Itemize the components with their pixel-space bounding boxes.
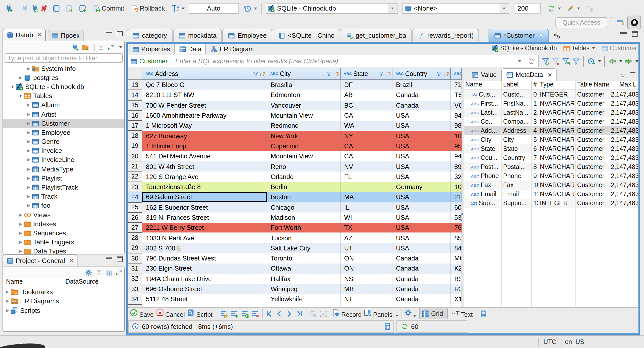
save-button[interactable]: Save	[130, 309, 156, 318]
sort-icon[interactable]: ↕	[259, 71, 262, 76]
breadcrumb-item-customer[interactable]: Customer	[601, 45, 637, 52]
expand-arrow-icon[interactable]: ▶	[5, 290, 10, 294]
cell[interactable]: BC	[341, 100, 392, 111]
sort-icon[interactable]: ↕	[385, 71, 387, 76]
expand-arrow-icon[interactable]: ▶	[26, 185, 31, 190]
cell[interactable]: Halifax	[267, 274, 341, 284]
reconnect-icon[interactable]	[31, 4, 39, 12]
meta-row-fax[interactable]: ABCFaxFax10NVARCHARCustomer2,147,483	[464, 181, 638, 190]
close-icon[interactable]: ✕	[69, 257, 74, 264]
row-number[interactable]: 31	[128, 264, 142, 274]
cell[interactable]: Yellowknife	[267, 294, 341, 304]
cell[interactable]: TX	[341, 223, 392, 233]
cell[interactable]: Vancouver	[267, 100, 341, 111]
expand-arrow-icon[interactable]: ▶	[5, 308, 10, 313]
cell[interactable]: 796 Dundas Street West	[142, 253, 267, 264]
cell[interactable]: Cupertino	[267, 141, 341, 152]
custom-filter-icon[interactable]	[572, 57, 580, 65]
cell[interactable]: WI	[341, 213, 392, 223]
tree-item-track[interactable]: ▶Track	[3, 192, 124, 201]
meta-row-postal[interactable]: ABCPost...Postal...8NVARCHARCustomer2,14…	[464, 162, 638, 171]
row-number[interactable]: 25	[128, 202, 142, 213]
column-info-icon[interactable]: ?	[336, 71, 339, 77]
commit-button[interactable]: Commit	[92, 4, 124, 12]
cell[interactable]: NV	[341, 162, 392, 172]
cell[interactable]: Mountain View	[267, 111, 341, 121]
editor-tab-category[interactable]: category	[127, 29, 173, 42]
cell[interactable]: 319 N. Frances Street	[142, 213, 267, 223]
cell[interactable]: ON	[341, 264, 392, 274]
new-connection-icon[interactable]	[5, 4, 13, 12]
column-info-icon[interactable]: ?	[262, 71, 266, 77]
filter-refresh-icon[interactable]	[524, 57, 538, 65]
record-button[interactable]: iRecord	[332, 309, 364, 318]
cell[interactable]: Germany	[392, 182, 451, 192]
cell[interactable]: USA	[392, 223, 451, 233]
row-number[interactable]: 22	[128, 172, 142, 182]
tree-item-tables[interactable]: ▼Tables	[3, 91, 124, 100]
tree-item-sequences[interactable]: ▶Sequences	[3, 229, 124, 238]
project-item-er-diagrams[interactable]: ▶ER Diagrams	[3, 296, 124, 306]
tree-item-table-triggers[interactable]: ▶Table Triggers	[3, 238, 124, 247]
cell[interactable]: UT	[341, 243, 392, 254]
sort-icon[interactable]: ↕	[443, 71, 446, 76]
apply-filter-icon[interactable]	[542, 57, 550, 65]
cell[interactable]: CA	[341, 111, 392, 121]
row-number[interactable]: 18	[128, 131, 142, 141]
subtab-data[interactable]: ‹›Data	[175, 44, 206, 54]
minimize-icon[interactable]	[620, 32, 627, 39]
tree-item-album[interactable]: ▶Album	[3, 101, 124, 110]
quick-access-input[interactable]: Quick Access	[555, 17, 607, 28]
minimize-icon[interactable]	[106, 257, 112, 264]
filter-icon[interactable]	[253, 71, 259, 77]
cell[interactable]: 84	[451, 243, 462, 254]
subtab-er-diagram[interactable]: ER Diagram	[206, 44, 258, 54]
editor-tab-rewards-report-[interactable]: frewards_report(	[412, 29, 479, 42]
cell[interactable]: Canada	[392, 100, 451, 111]
calc-panel-icon[interactable]	[480, 310, 488, 318]
minimize-icon[interactable]	[630, 72, 635, 78]
row-number[interactable]: 32	[128, 274, 142, 284]
cell[interactable]: 98	[451, 121, 462, 131]
new-connection-icon[interactable]	[71, 44, 78, 51]
row-number[interactable]: 26	[128, 213, 142, 223]
sql-editor-icon[interactable]	[52, 4, 60, 12]
row-number[interactable]: 34	[128, 294, 142, 304]
row-number[interactable]: 33	[128, 284, 142, 294]
cell[interactable]: K2	[451, 264, 462, 274]
close-icon[interactable]: ✕	[37, 32, 42, 38]
cell[interactable]: ON	[341, 253, 392, 264]
row-number[interactable]: 23	[128, 182, 142, 192]
tree-item-invoiceline[interactable]: ▶InvoiceLine	[3, 155, 124, 164]
editor-tab--sqlite-chino[interactable]: <SQLite - Chino	[273, 29, 340, 42]
last-row-icon[interactable]	[296, 310, 304, 318]
meta-row-compa[interactable]: ABCCo...Compa...3NVARCHARCustomer2,147,4…	[464, 117, 638, 126]
cell[interactable]: NY	[341, 131, 392, 141]
meta-column-maxl[interactable]: Max L	[609, 81, 638, 90]
row-number[interactable]: 17	[128, 121, 142, 131]
expand-arrow-icon[interactable]: ▶	[18, 240, 23, 244]
cell[interactable]: 1 Infinite Loop	[142, 141, 267, 152]
tab-project-general[interactable]: Project - General✕	[3, 254, 78, 267]
edit-row-icon[interactable]	[220, 310, 228, 318]
cell[interactable]: R3	[451, 284, 462, 294]
back-icon[interactable]	[608, 57, 616, 65]
breadcrumb-item-tables[interactable]: Tables	[563, 45, 595, 52]
breadcrumb-item-sqlite-chinook-db[interactable]: SQLite - Chinook.db	[492, 45, 557, 52]
row-number[interactable]: 30	[128, 253, 142, 264]
cell[interactable]: 69 Salem Street	[142, 192, 267, 203]
timezone-indicator[interactable]: UTC	[539, 338, 561, 345]
refresh-button[interactable]	[547, 4, 561, 12]
cell[interactable]: 5112 48 Street	[142, 294, 267, 304]
expand-arrow-icon[interactable]: ▶	[26, 176, 31, 181]
cell[interactable]: CA	[341, 151, 392, 162]
prev-row-icon[interactable]	[275, 310, 284, 318]
meta-column-tablename[interactable]: Table Name	[576, 81, 609, 90]
cell[interactable]: New York	[267, 131, 341, 141]
tree-item-artist[interactable]: ▶Artist	[3, 110, 124, 119]
schema-combo[interactable]: <None>	[402, 3, 509, 14]
cell[interactable]: Tauentzienstraße 8	[142, 182, 267, 192]
link-with-editor-icon[interactable]	[115, 269, 122, 276]
expand-arrow-icon[interactable]: ▶	[26, 149, 31, 153]
meta-row-firstna[interactable]: ABCFirst...FirstNa...1NVARCHARCustomer2,…	[464, 99, 638, 108]
